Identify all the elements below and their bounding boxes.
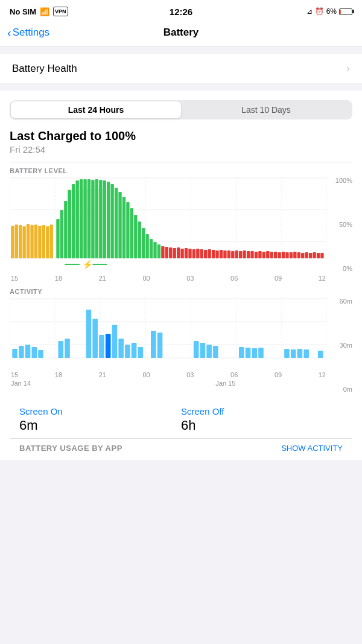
svg-rect-136 (297, 349, 303, 358)
svg-rect-43 (130, 208, 133, 258)
svg-rect-91 (317, 253, 320, 258)
ax-label-18: 18 (55, 371, 62, 378)
ax-label-15: 15 (11, 371, 18, 378)
svg-rect-67 (223, 250, 226, 258)
svg-rect-29 (75, 180, 78, 258)
show-activity-button[interactable]: SHOW ACTIVITY (281, 444, 343, 453)
svg-rect-89 (309, 253, 312, 258)
svg-rect-111 (31, 347, 37, 358)
svg-rect-35 (99, 180, 102, 258)
svg-rect-112 (38, 350, 43, 358)
svg-rect-68 (227, 250, 230, 258)
battery-x-axis: 15 18 21 00 03 06 09 12 (10, 275, 327, 282)
status-right: ⊿ ⏰ 6% (306, 7, 352, 16)
svg-rect-37 (107, 182, 110, 258)
svg-rect-80 (274, 252, 277, 258)
segment-10d[interactable]: Last 10 Days (181, 101, 351, 118)
y-label-50: 50% (339, 221, 352, 228)
svg-rect-56 (180, 249, 183, 258)
svg-rect-124 (151, 331, 156, 358)
x-label-06: 06 (230, 275, 238, 282)
activity-chart-section: ACTIVITY (10, 288, 352, 394)
activity-chart-svg (10, 298, 327, 370)
svg-rect-21 (46, 226, 49, 258)
ax-label-12: 12 (319, 371, 326, 378)
svg-rect-90 (313, 252, 316, 258)
status-left: No SIM 📶 VPN (10, 7, 68, 16)
battery-body (339, 8, 352, 15)
svg-rect-133 (258, 348, 264, 358)
svg-rect-18 (34, 225, 37, 258)
screen-on-label[interactable]: Screen On (19, 406, 181, 416)
svg-rect-71 (239, 251, 242, 258)
svg-rect-38 (110, 184, 113, 258)
svg-rect-61 (200, 249, 203, 258)
svg-rect-117 (99, 335, 104, 358)
svg-rect-131 (246, 348, 251, 358)
svg-rect-130 (239, 347, 244, 358)
battery-y-axis: 100% 50% 0% (327, 177, 352, 273)
ax-label-21: 21 (99, 371, 106, 378)
svg-rect-70 (235, 250, 238, 258)
svg-rect-75 (255, 252, 258, 258)
activity-chart-label: ACTIVITY (10, 288, 352, 295)
divider (10, 162, 352, 162)
ax-label-03: 03 (186, 371, 194, 378)
last-charged-title: Last Charged to 100% (10, 129, 352, 143)
x-label-00: 00 (142, 275, 150, 282)
activity-x-axis: 15 18 21 00 03 06 09 12 (10, 371, 327, 378)
svg-rect-12 (11, 226, 14, 258)
svg-rect-128 (206, 345, 212, 358)
svg-rect-127 (200, 343, 206, 358)
x-label-12: 12 (319, 275, 326, 282)
vpn-badge: VPN (53, 7, 68, 16)
svg-rect-92 (320, 253, 323, 258)
svg-rect-50 (157, 244, 160, 258)
svg-rect-125 (157, 333, 163, 358)
svg-rect-69 (231, 251, 234, 258)
svg-rect-108 (12, 349, 17, 358)
x-label-18: 18 (55, 275, 62, 282)
svg-rect-25 (60, 210, 63, 258)
svg-rect-116 (92, 319, 98, 358)
svg-rect-27 (68, 190, 71, 258)
svg-rect-85 (293, 252, 296, 258)
svg-rect-88 (305, 252, 308, 258)
content: Battery Health › Last 24 Hours Last 10 D… (0, 46, 362, 467)
svg-rect-39 (115, 188, 118, 258)
svg-rect-118 (106, 334, 111, 358)
svg-rect-113 (59, 341, 64, 358)
carrier-label: No SIM (10, 7, 36, 16)
screen-off-value: 6h (181, 418, 343, 433)
status-time: 12:26 (170, 7, 192, 17)
svg-rect-20 (42, 225, 45, 258)
svg-rect-78 (266, 251, 269, 258)
back-button[interactable]: ‹ Settings (7, 27, 49, 39)
svg-rect-121 (125, 345, 130, 358)
svg-text:⚡: ⚡ (82, 260, 94, 270)
svg-rect-81 (278, 252, 281, 258)
status-bar: No SIM 📶 VPN 12:26 ⊿ ⏰ 6% (0, 0, 362, 22)
svg-rect-119 (112, 325, 118, 358)
bottom-bar: BATTERY USAGE BY APP SHOW ACTIVITY (10, 438, 352, 460)
svg-rect-109 (19, 346, 24, 358)
svg-rect-84 (290, 252, 293, 258)
svg-rect-17 (30, 225, 33, 258)
svg-rect-54 (173, 248, 176, 258)
battery-health-row[interactable]: Battery Health › (0, 54, 362, 83)
svg-rect-48 (150, 239, 153, 258)
screen-off-label[interactable]: Screen Off (181, 406, 343, 416)
svg-rect-30 (80, 179, 83, 258)
svg-rect-137 (303, 349, 309, 358)
svg-rect-34 (95, 179, 98, 258)
ax-label-00: 00 (142, 371, 150, 378)
battery-chart-section: BATTERY LEVEL (10, 167, 352, 273)
segment-control[interactable]: Last 24 Hours Last 10 Days (10, 100, 352, 120)
svg-rect-44 (134, 215, 137, 258)
svg-rect-115 (86, 310, 92, 358)
svg-rect-123 (138, 347, 144, 358)
segment-24h[interactable]: Last 24 Hours (11, 101, 181, 118)
svg-rect-28 (72, 184, 75, 258)
x-label-15: 15 (11, 275, 18, 282)
svg-rect-114 (65, 339, 70, 358)
